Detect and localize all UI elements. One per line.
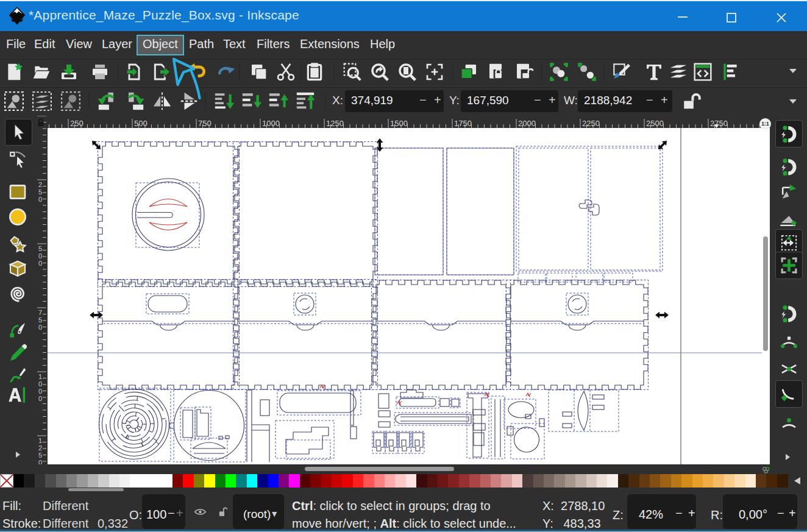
svg-text:2: 2: [38, 181, 42, 188]
svg-text:0: 0: [38, 196, 42, 203]
svg-text:0: 0: [38, 324, 42, 331]
svg-text:0: 0: [38, 459, 42, 464]
svg-text:1000: 1000: [262, 119, 280, 128]
svg-text:2250: 2250: [582, 119, 600, 128]
svg-text:1750: 1750: [454, 119, 472, 128]
svg-text:5: 5: [38, 245, 42, 252]
svg-text:0: 0: [38, 395, 42, 402]
svg-text:5: 5: [38, 452, 42, 459]
svg-text:2500: 2500: [646, 119, 664, 128]
svg-text:250: 250: [70, 119, 84, 128]
svg-text:5: 5: [38, 188, 42, 196]
svg-text:1: 1: [38, 373, 42, 380]
svg-text:2000: 2000: [518, 119, 536, 128]
svg-text:7: 7: [38, 309, 42, 316]
svg-text:5: 5: [38, 316, 42, 324]
svg-text:750: 750: [198, 119, 212, 128]
svg-text:0: 0: [38, 380, 42, 388]
svg-text:1250: 1250: [326, 119, 344, 128]
svg-text:500: 500: [134, 119, 148, 128]
svg-text:1: 1: [38, 437, 42, 444]
svg-text:2: 2: [38, 444, 42, 452]
svg-text:1500: 1500: [390, 119, 408, 128]
svg-text:0: 0: [38, 252, 42, 260]
svg-text:0: 0: [38, 388, 42, 395]
svg-text:0: 0: [38, 260, 42, 267]
